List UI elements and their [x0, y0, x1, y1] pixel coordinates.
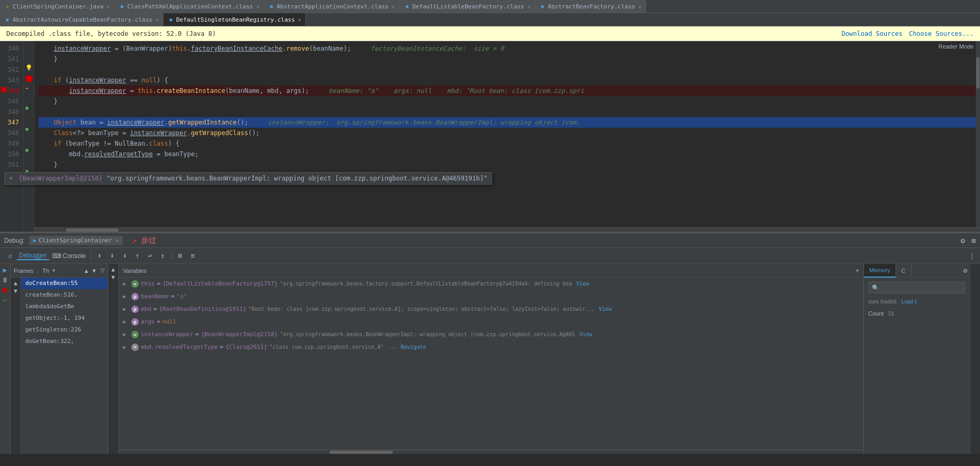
tab-close-2[interactable]: ✕: [256, 4, 260, 9]
expand-icon-iw[interactable]: ▶: [123, 329, 129, 340]
var-icon-beanname: p: [131, 293, 139, 300]
var-beanname[interactable]: ▶ p beanName = "a": [119, 290, 863, 303]
code-line-344: instanceWrapper = this.createBeanInstanc…: [39, 85, 980, 96]
run-to-cursor-button[interactable]: ↑: [132, 250, 143, 262]
tab-abstract-autowire[interactable]: ● AbstractAutowireCapableBeanFactory.cla…: [0, 13, 164, 26]
frames-header: Frames | Th ▼ ▲ ▼ ▽: [11, 264, 108, 278]
memory-search-input[interactable]: [872, 284, 962, 291]
code-line-340: instanceWrapper = (BeanWrapper)this.fact…: [39, 43, 980, 54]
toolbar-separator-1: [91, 251, 91, 261]
frames-nav-down[interactable]: ▼: [91, 268, 97, 274]
vars-nav-down[interactable]: ▼: [111, 274, 115, 281]
tab-close-7[interactable]: ✕: [298, 17, 301, 23]
frame-item-4[interactable]: getSingleton:226: [21, 324, 108, 336]
add-watch-button[interactable]: +: [855, 267, 859, 274]
debugger-tab[interactable]: Debugger: [17, 252, 49, 260]
memory-search-box[interactable]: [868, 282, 965, 293]
code-line-349: if (beanType != NullBean.class) {: [39, 138, 980, 149]
memory-tab[interactable]: Memory: [864, 264, 896, 278]
vars-nav-up[interactable]: ▲: [111, 266, 115, 273]
expand-icon-this[interactable]: ▶: [123, 279, 129, 289]
horizontal-scroll-thumb[interactable]: [66, 229, 119, 232]
debug-panel: Debug: ▶ ClientSpringContainer ✕ ↗ 步过 ⚙ …: [0, 232, 980, 454]
expand-icon-rt[interactable]: ▶: [123, 342, 129, 353]
debug-settings-button[interactable]: ⚙: [960, 236, 965, 245]
table-view-button[interactable]: ⊞: [175, 250, 186, 262]
evaluate-button[interactable]: ↩: [145, 250, 156, 262]
execution-arrow: →: [25, 85, 28, 91]
variables-list: ▶ = this = {DefaultListableBeanFactory@1…: [119, 278, 863, 450]
panel-settings-button[interactable]: ⋮: [968, 252, 976, 260]
download-sources-link[interactable]: Download Sources: [842, 30, 903, 37]
frame-item-5[interactable]: doGetBean:322,: [21, 336, 108, 347]
tooltip-expand[interactable]: +: [9, 175, 13, 182]
console-icon: ⌨: [52, 252, 61, 260]
code-line-348: Class<?> beanType = instanceWrapper.getW…: [39, 128, 980, 138]
tab-abstract-bean-factory[interactable]: ● AbstractBeanFactory.class ✕: [535, 0, 647, 13]
filter-button[interactable]: ≡: [187, 250, 199, 262]
class-file-icon-5: ●: [4, 16, 11, 23]
expand-icon-mbd[interactable]: ▶: [123, 304, 129, 315]
frame-item-1[interactable]: createBean:516,: [21, 289, 108, 301]
frames-nav-up[interactable]: ▲: [83, 268, 89, 274]
var-view-iw[interactable]: View: [580, 329, 592, 340]
step-into-button[interactable]: ⬇: [107, 250, 118, 262]
expand-icon-beanname[interactable]: ▶: [123, 291, 129, 302]
right-scrollbar[interactable]: [976, 41, 980, 232]
variables-bottom-scroll[interactable]: [119, 450, 863, 454]
reader-mode-button[interactable]: Reader Mode: [938, 43, 974, 50]
var-this[interactable]: ▶ = this = {DefaultListableBeanFactory@1…: [119, 278, 863, 290]
load-classes-link[interactable]: Load c: [901, 299, 917, 305]
right-panel: Memory C ⚙ sses loaded. Load c Count: [864, 264, 969, 454]
tab-classpath-xml[interactable]: ● ClassPathXmlApplicationContext.class ✕: [114, 0, 264, 13]
choose-sources-link[interactable]: Choose Sources...: [909, 30, 974, 37]
step-out-button[interactable]: ⬆: [94, 250, 105, 262]
var-instancewrapper[interactable]: ▶ = instanceWrapper = {BeanWrapperImpl@2…: [119, 328, 863, 341]
tab-default-singleton[interactable]: ● DefaultSingletonBeanRegistry.class ✕: [164, 13, 306, 26]
expand-icon-args[interactable]: ▶: [123, 317, 129, 327]
debug-point-3: [25, 149, 28, 152]
debug-label: Debug:: [4, 237, 25, 244]
tab-close-6[interactable]: ✕: [156, 17, 159, 23]
variables-header: Variables +: [119, 264, 863, 278]
pause-icon[interactable]: ⏸: [2, 276, 8, 284]
rerun-button[interactable]: ↺: [4, 250, 16, 262]
tab-client-spring[interactable]: ☕ ClientSpringContainer.java ✕: [0, 0, 114, 13]
horizontal-scrollbar[interactable]: [34, 227, 980, 232]
stop-icon[interactable]: ⏹: [2, 286, 8, 294]
resume-icon[interactable]: ▶: [3, 266, 7, 274]
frames-label: Frames: [14, 268, 33, 274]
right-scroll-thumb[interactable]: [976, 57, 979, 89]
debug-session-tab[interactable]: ▶ ClientSpringContainer ✕: [29, 236, 123, 245]
alt-step-button[interactable]: ↕: [157, 250, 169, 262]
var-view-mbd[interactable]: View: [599, 304, 611, 315]
console-tab[interactable]: ⌨ Console: [50, 252, 88, 260]
variables-scroll-thumb[interactable]: [330, 451, 393, 454]
frame-item-0[interactable]: doCreateBean:55: [21, 278, 108, 289]
run-icon[interactable]: ↩: [3, 296, 7, 304]
tab-close-1[interactable]: ✕: [107, 4, 110, 9]
editor-area: 340 341 342 343 344 345 346 347 348 349 …: [0, 41, 980, 232]
var-resolved-type[interactable]: ▶ ∞ mbd.resolvedTargetType = {Class@2011…: [119, 341, 863, 354]
frame-nav-up[interactable]: ▲: [14, 280, 17, 287]
frame-nav-down[interactable]: ▼: [14, 288, 17, 294]
frame-item-3[interactable]: getObject:-1, 194: [21, 312, 108, 324]
tab-default-listable[interactable]: ● DefaultListableBeanFactory.class ✕: [400, 0, 535, 13]
right-panel-gear[interactable]: ⚙: [963, 267, 967, 274]
tab-close-3[interactable]: ✕: [392, 4, 395, 9]
debug-point: [25, 107, 28, 110]
session-close[interactable]: ✕: [115, 237, 119, 244]
var-view-this[interactable]: View: [577, 279, 589, 289]
debug-layout-button[interactable]: ⊞: [972, 236, 976, 245]
count-tab[interactable]: C: [896, 264, 911, 278]
tab-close-5[interactable]: ✕: [638, 4, 641, 9]
tab-close-4[interactable]: ✕: [527, 4, 531, 9]
tabs-row-1: ☕ ClientSpringContainer.java ✕ ● ClassPa…: [0, 0, 980, 13]
var-navigate-rt[interactable]: ... Navigate: [388, 342, 426, 353]
frame-item-2[interactable]: lambda$doGetBe: [21, 301, 108, 312]
var-mbd[interactable]: ▶ p mbd = {RootBeanDefinition@1911} "Roo…: [119, 303, 863, 316]
var-args[interactable]: ▶ p args = null: [119, 316, 863, 328]
step-over-button[interactable]: ⬇: [119, 250, 131, 262]
frames-filter-button[interactable]: ▽: [100, 267, 104, 274]
tab-abstract-app[interactable]: ● AbstractApplicationContext.class ✕: [264, 0, 400, 13]
